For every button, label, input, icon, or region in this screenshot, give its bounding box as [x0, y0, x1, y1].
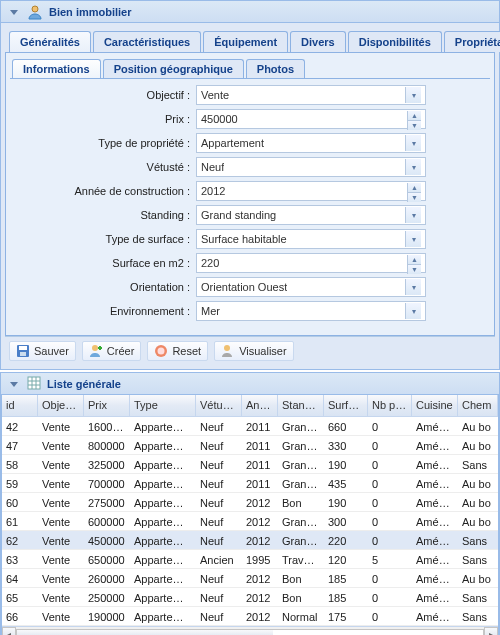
spinner-down-icon[interactable]: ▼: [407, 121, 421, 130]
cell-nbpiece: 0: [368, 417, 412, 435]
cell-chem: Au bo: [458, 512, 498, 530]
chevron-down-icon[interactable]: ▾: [405, 159, 421, 175]
form-row-prix: Prix :450000▲▼: [16, 109, 484, 129]
cell-cuisine: Aména...: [412, 531, 458, 549]
subtab-positiongeographique[interactable]: Position géographique: [103, 59, 244, 78]
tab-generalites[interactable]: Généralités: [9, 31, 91, 52]
save-button[interactable]: Sauver: [9, 341, 76, 361]
cell-annee: 2012: [242, 588, 278, 606]
scroll-track[interactable]: [16, 629, 484, 635]
cell-cuisine: Aména...: [412, 417, 458, 435]
column-header-objectif[interactable]: Objectif: [38, 395, 84, 416]
value-orient: Orientation Ouest: [201, 281, 287, 293]
spinner-up-icon[interactable]: ▲: [407, 111, 421, 121]
reset-button-label: Reset: [172, 345, 201, 357]
cell-surface: 190: [324, 455, 368, 473]
cell-objectif: Vente: [38, 569, 84, 587]
cell-annee: 1995: [242, 550, 278, 568]
tab-proprietaire[interactable]: Propriétaire: [444, 31, 500, 52]
tab-equipement[interactable]: Équipement: [203, 31, 288, 52]
field-vetuste[interactable]: Neuf▾: [196, 157, 426, 177]
cell-prix: 1600000: [84, 417, 130, 435]
table-row[interactable]: 62Vente450000AppartementNeuf2012Grand ..…: [2, 531, 498, 550]
svg-point-1: [32, 6, 38, 12]
cell-vetuste: Neuf: [196, 569, 242, 587]
table-row[interactable]: 65Vente250000AppartementNeuf2012Bon1850A…: [2, 588, 498, 607]
column-header-type[interactable]: Type: [130, 395, 196, 416]
column-header-standing[interactable]: Standing: [278, 395, 324, 416]
scroll-thumb[interactable]: [17, 630, 273, 635]
tab-disponibilites[interactable]: Disponibilités: [348, 31, 442, 52]
create-button[interactable]: Créer: [82, 341, 142, 361]
spinner-up-icon[interactable]: ▲: [407, 255, 421, 265]
cell-annee: 2012: [242, 569, 278, 587]
table-row[interactable]: 60Vente275000AppartementNeuf2012Bon1900A…: [2, 493, 498, 512]
scroll-left-button[interactable]: ◂: [2, 627, 16, 635]
cell-objectif: Vente: [38, 493, 84, 511]
cell-standing: Grand ...: [278, 474, 324, 492]
chevron-down-icon[interactable]: ▾: [405, 135, 421, 151]
view-button[interactable]: Visualiser: [214, 341, 294, 361]
horizontal-scrollbar[interactable]: ◂ ▸: [2, 626, 498, 635]
field-standing[interactable]: Grand standing▾: [196, 205, 426, 225]
column-header-cuisine[interactable]: Cuisine: [412, 395, 458, 416]
reset-button[interactable]: Reset: [147, 341, 208, 361]
column-header-surface[interactable]: Surface: [324, 395, 368, 416]
column-header-prix[interactable]: Prix: [84, 395, 130, 416]
table-row[interactable]: 61Vente600000AppartementNeuf2012Grand ..…: [2, 512, 498, 531]
grid-headers: idObjectifPrixTypeVétustéAnnéeStandingSu…: [2, 395, 498, 417]
cell-chem: Sans: [458, 531, 498, 549]
field-typeprop[interactable]: Appartement▾: [196, 133, 426, 153]
chevron-down-icon[interactable]: ▾: [405, 207, 421, 223]
value-typesurf: Surface habitable: [201, 233, 287, 245]
collapse-icon[interactable]: [7, 5, 21, 19]
cell-prix: 800000: [84, 436, 130, 454]
tab-caracteristiques[interactable]: Caractéristiques: [93, 31, 201, 52]
field-annee[interactable]: 2012▲▼: [196, 181, 426, 201]
spinner-surface: ▲▼: [407, 255, 421, 271]
field-objectif[interactable]: Vente▾: [196, 85, 426, 105]
field-prix[interactable]: 450000▲▼: [196, 109, 426, 129]
spinner-down-icon[interactable]: ▼: [407, 265, 421, 274]
spinner-up-icon[interactable]: ▲: [407, 183, 421, 193]
chevron-down-icon[interactable]: ▾: [405, 279, 421, 295]
spinner-down-icon[interactable]: ▼: [407, 193, 421, 202]
cell-surface: 660: [324, 417, 368, 435]
table-row[interactable]: 58Vente325000AppartementNeuf2011Grand ..…: [2, 455, 498, 474]
scroll-right-button[interactable]: ▸: [484, 627, 498, 635]
table-row[interactable]: 42Vente1600000AppartementNeuf2011Grand .…: [2, 417, 498, 436]
grid-body[interactable]: 42Vente1600000AppartementNeuf2011Grand .…: [2, 417, 498, 626]
cell-vetuste: Ancien: [196, 550, 242, 568]
table-row[interactable]: 63Vente650000AppartementAncien1995Travau…: [2, 550, 498, 569]
field-orient[interactable]: Orientation Ouest▾: [196, 277, 426, 297]
chevron-down-icon[interactable]: ▾: [405, 303, 421, 319]
column-header-id[interactable]: id: [2, 395, 38, 416]
label-vetuste: Vétusté :: [16, 161, 196, 173]
svg-rect-3: [19, 346, 27, 350]
column-header-chem[interactable]: Chem: [458, 395, 498, 416]
table-row[interactable]: 66Vente190000AppartementNeuf2012Normal17…: [2, 607, 498, 626]
cell-id: 60: [2, 493, 38, 511]
field-surface[interactable]: 220▲▼: [196, 253, 426, 273]
table-row[interactable]: 64Vente260000AppartementNeuf2012Bon1850A…: [2, 569, 498, 588]
cell-id: 59: [2, 474, 38, 492]
chevron-down-icon[interactable]: ▾: [405, 87, 421, 103]
cell-standing: Grand ...: [278, 417, 324, 435]
cell-surface: 185: [324, 588, 368, 606]
table-row[interactable]: 59Vente700000AppartementNeuf2011Grand ..…: [2, 474, 498, 493]
subtab-informations[interactable]: Informations: [12, 59, 101, 78]
chevron-down-icon[interactable]: ▾: [405, 231, 421, 247]
subtab-photos[interactable]: Photos: [246, 59, 305, 78]
cell-type: Appartement: [130, 436, 196, 454]
column-header-annee[interactable]: Année: [242, 395, 278, 416]
cell-standing: Bon: [278, 588, 324, 606]
field-typesurf[interactable]: Surface habitable▾: [196, 229, 426, 249]
view-icon: [221, 344, 235, 358]
cell-type: Appartement: [130, 417, 196, 435]
field-env[interactable]: Mer▾: [196, 301, 426, 321]
column-header-nbpiece[interactable]: Nb pièce: [368, 395, 412, 416]
collapse-icon[interactable]: [7, 377, 21, 391]
tab-divers[interactable]: Divers: [290, 31, 346, 52]
column-header-vetuste[interactable]: Vétusté: [196, 395, 242, 416]
table-row[interactable]: 47Vente800000AppartementNeuf2011Grand ..…: [2, 436, 498, 455]
